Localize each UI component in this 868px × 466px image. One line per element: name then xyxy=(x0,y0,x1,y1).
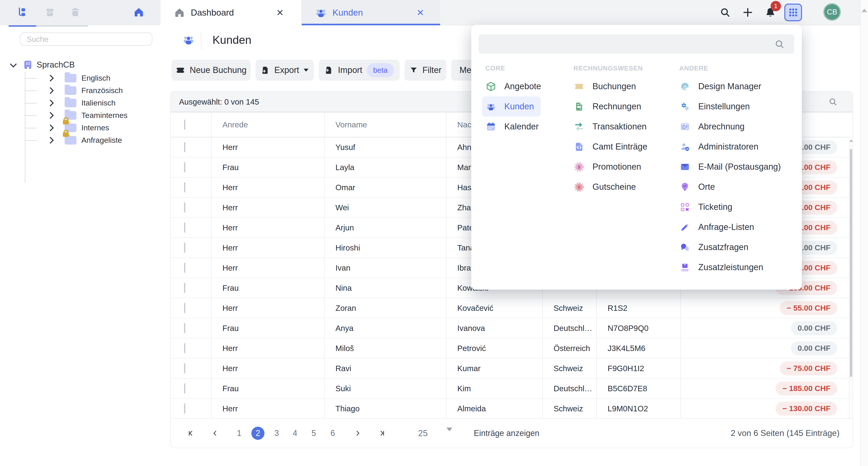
launcher-item-camt-eintraege[interactable]: Camt Einträge xyxy=(570,137,654,157)
launcher-item-anfrage-listen[interactable]: Anfrage-Listen xyxy=(676,217,761,237)
scrollbar-thumb[interactable] xyxy=(850,149,852,377)
page-size-select[interactable]: 25 xyxy=(418,428,428,438)
close-icon[interactable]: ✕ xyxy=(276,7,284,18)
launcher-item-administratoren[interactable]: Administratoren xyxy=(676,137,765,157)
row-checkbox[interactable] xyxy=(184,383,185,394)
row-checkbox[interactable] xyxy=(184,323,185,333)
row-checkbox[interactable] xyxy=(184,403,185,413)
next-page-button[interactable] xyxy=(353,429,362,437)
row-checkbox[interactable] xyxy=(184,263,185,273)
launcher-item-orte[interactable]: Orte xyxy=(676,177,722,197)
tree-root-label: SprachCB xyxy=(37,60,75,70)
tree-item-internes[interactable]: Internes xyxy=(0,122,160,134)
filter-button[interactable]: Filter xyxy=(405,60,446,80)
tree-item-teaminternes[interactable]: Teaminternes xyxy=(0,109,160,122)
sidebar-hscroll-track[interactable] xyxy=(36,25,88,27)
launcher-item-kalender[interactable]: Kalender xyxy=(482,116,546,137)
launcher-item-ticketing[interactable]: Ticketing xyxy=(676,197,739,217)
launcher-item-email-postausgang[interactable]: E-Mail (Postausgang) xyxy=(676,157,787,177)
plus-icon[interactable] xyxy=(742,7,753,18)
trash-icon[interactable] xyxy=(70,7,81,18)
table-search-icon[interactable] xyxy=(828,97,838,107)
ticket-icon xyxy=(176,66,185,75)
row-checkbox[interactable] xyxy=(184,343,185,353)
table-row[interactable]: FrauSukiKim DeutschlandB5C6D7E8 − 185.00… xyxy=(171,378,849,398)
page-3-button[interactable]: 3 xyxy=(274,429,279,438)
launcher-item-rechnungen[interactable]: Rechnungen xyxy=(570,96,648,116)
search-icon[interactable] xyxy=(719,7,731,18)
row-checkbox[interactable] xyxy=(184,223,185,233)
launcher-item-gutscheine[interactable]: $ Gutscheine xyxy=(570,177,643,197)
export-button[interactable]: Export xyxy=(256,60,314,80)
chevron-down-icon[interactable] xyxy=(446,431,452,435)
prev-page-button[interactable] xyxy=(211,429,219,437)
archive-icon[interactable] xyxy=(45,7,56,18)
page-6-button[interactable]: 6 xyxy=(331,429,335,438)
chevron-down-icon[interactable] xyxy=(10,61,17,68)
sidebar-hscroll-thumb[interactable] xyxy=(8,25,36,27)
table-row[interactable]: HerrThiagoAlmeida SchweizL9M0N1O2 − 130.… xyxy=(171,398,849,419)
tree-item-italienisch[interactable]: Italienisch xyxy=(0,97,160,109)
launcher-item-zusatzfragen[interactable]: Zusatzfragen xyxy=(676,237,755,257)
row-checkbox[interactable] xyxy=(184,363,185,373)
chevron-right-icon[interactable] xyxy=(47,87,54,94)
first-page-button[interactable] xyxy=(187,429,195,437)
page-1-button[interactable]: 1 xyxy=(237,429,241,438)
launcher-item-zusatzleistungen[interactable]: Zusatzleistungen xyxy=(676,257,770,277)
scroll-up-arrow[interactable] xyxy=(849,139,853,142)
column-header-anrede[interactable]: Anrede xyxy=(211,112,324,137)
abacus-icon xyxy=(680,122,690,132)
launcher-item-angebote[interactable]: Angebote xyxy=(482,76,548,96)
sidebar-toolbar xyxy=(0,0,160,25)
launcher-search-input[interactable] xyxy=(478,34,794,54)
table-row[interactable]: HerrZoranKovačević SchweizR1S2 − 55.00 C… xyxy=(171,298,849,318)
page-2-button-active[interactable]: 2 xyxy=(251,427,265,440)
tree-item-franzoesisch[interactable]: Französisch xyxy=(0,84,160,97)
launcher-item-buchungen[interactable]: Buchungen xyxy=(570,76,643,96)
launcher-item-transaktionen[interactable]: Transaktionen xyxy=(570,116,653,137)
chevron-right-icon[interactable] xyxy=(47,112,54,119)
select-all-checkbox[interactable] xyxy=(184,120,185,130)
last-page-button[interactable] xyxy=(378,429,386,437)
tab-kunden[interactable]: Kunden ✕ xyxy=(302,0,440,25)
table-scrollbar[interactable] xyxy=(849,137,852,419)
page-scrollbar[interactable] xyxy=(860,0,868,466)
close-icon[interactable]: ✕ xyxy=(416,7,424,18)
neue-buchung-button[interactable]: Neue Buchung xyxy=(172,60,251,80)
row-checkbox[interactable] xyxy=(184,182,185,193)
launcher-item-design-manager[interactable]: Design Manager xyxy=(676,76,768,96)
chevron-right-icon[interactable] xyxy=(47,137,54,144)
row-checkbox[interactable] xyxy=(184,202,185,212)
row-checkbox[interactable] xyxy=(184,142,185,152)
app-grid-button[interactable] xyxy=(784,4,802,21)
table-row[interactable]: HerrMilošPetrović ÖsterreichJ3K4L5M6 0.0… xyxy=(171,338,849,358)
tree-root-sprachcb[interactable]: SprachCB xyxy=(0,58,160,72)
chevron-right-icon[interactable] xyxy=(47,74,54,81)
page-5-button[interactable]: 5 xyxy=(311,429,316,438)
column-header-vorname[interactable]: Vorname xyxy=(324,112,446,137)
launcher-item-einstellungen[interactable]: Einstellungen xyxy=(676,96,756,116)
home-icon[interactable] xyxy=(133,7,144,18)
tree-item-englisch[interactable]: Englisch xyxy=(0,72,160,84)
table-row[interactable]: HerrRaviKumar SchweizF9G0H1I2 − 75.00 CH… xyxy=(171,358,849,378)
promotion-seal-icon: $ xyxy=(574,162,584,172)
package-icon xyxy=(680,262,690,273)
chevron-right-icon[interactable] xyxy=(47,99,54,106)
avatar[interactable]: CB xyxy=(823,3,841,21)
scroll-up-arrow[interactable] xyxy=(862,8,867,12)
launcher-item-kunden[interactable]: Kunden xyxy=(482,96,541,116)
tree-item-anfrageliste[interactable]: Anfrageliste xyxy=(0,134,160,146)
launcher-item-promotionen[interactable]: $ Promotionen xyxy=(570,157,648,177)
sidebar-search-input[interactable] xyxy=(20,33,152,46)
row-checkbox[interactable] xyxy=(184,303,185,313)
row-checkbox[interactable] xyxy=(184,243,185,253)
launcher-item-abrechnung[interactable]: Abrechnung xyxy=(676,116,751,137)
chevron-right-icon[interactable] xyxy=(47,124,54,131)
folder-tree-icon[interactable] xyxy=(17,7,28,18)
import-button[interactable]: Import beta xyxy=(319,60,400,80)
table-row[interactable]: FrauAnyaIvanova DeutschlandN7O8P9Q0 0.00… xyxy=(171,318,849,338)
tab-dashboard[interactable]: Dashboard ✕ xyxy=(160,0,302,25)
row-checkbox[interactable] xyxy=(184,162,185,172)
row-checkbox[interactable] xyxy=(184,283,185,293)
page-4-button[interactable]: 4 xyxy=(293,429,297,438)
